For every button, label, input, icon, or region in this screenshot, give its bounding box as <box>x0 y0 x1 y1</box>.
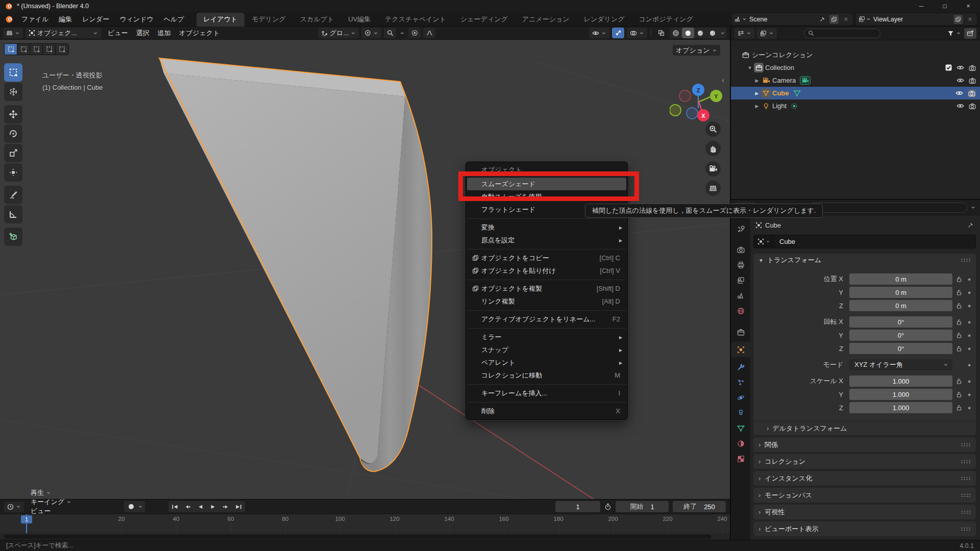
context-menu-item[interactable]: ミラー ▸ <box>466 331 627 343</box>
value-field[interactable]: 0 m <box>849 287 952 298</box>
object-name-field[interactable]: Cube <box>774 235 975 248</box>
viewlayer-name[interactable]: ViewLayer <box>873 16 951 23</box>
cursor-tool[interactable] <box>4 83 22 101</box>
editor-type-button[interactable] <box>3 28 23 38</box>
context-menu-item[interactable]: 削除 X ▸ <box>466 405 627 417</box>
panel-grip[interactable] <box>961 258 971 262</box>
animate-decorator[interactable]: ● <box>966 319 973 325</box>
panel-grip[interactable] <box>961 443 971 447</box>
workspace-tab[interactable]: アニメーション <box>515 13 577 27</box>
lock-icon[interactable] <box>952 378 966 384</box>
topbar-menu[interactable]: ヘルプ <box>159 15 189 23</box>
context-menu-item[interactable]: ペアレント ▸ <box>466 356 627 369</box>
properties-filter-dropdown[interactable] <box>970 205 976 210</box>
context-menu-item[interactable]: オブジェクトをコピー [Ctrl] C ▸ <box>466 252 627 264</box>
value-field[interactable]: 1.000 <box>849 402 952 413</box>
outliner-row-light[interactable]: ▶ Light <box>731 99 980 112</box>
tab-render[interactable] <box>731 242 750 257</box>
tab-tool[interactable] <box>731 221 750 237</box>
select-mode-new[interactable] <box>5 44 17 55</box>
value-field[interactable]: 1.000 <box>849 389 952 400</box>
scrollbar-thumb[interactable] <box>4 535 711 539</box>
prev-keyframe-button[interactable] <box>181 501 194 512</box>
shading-wireframe-button[interactable] <box>670 28 682 38</box>
context-menu-item[interactable]: 原点を設定 ▸ <box>466 234 627 246</box>
lock-icon[interactable] <box>952 405 966 411</box>
disclosure-open-icon[interactable]: ▼ <box>746 65 753 70</box>
new-collection-button[interactable] <box>964 28 976 39</box>
lock-icon[interactable] <box>952 276 966 282</box>
use-preview-range-toggle[interactable] <box>604 503 611 510</box>
minimize-button[interactable]: ─ <box>910 0 933 12</box>
panel-grip[interactable] <box>961 493 971 497</box>
play-button[interactable] <box>207 501 219 512</box>
context-menu-item[interactable]: スナップ ▸ <box>466 343 627 356</box>
outliner-display-mode[interactable] <box>734 28 754 39</box>
value-field[interactable]: 1.000 <box>849 375 952 387</box>
lock-icon[interactable] <box>952 391 966 397</box>
lock-icon[interactable] <box>952 319 966 325</box>
topbar-menu[interactable]: レンダー <box>77 15 114 23</box>
viewport-menu[interactable]: ビュー <box>104 29 132 37</box>
context-menu-item[interactable]: キーフレームを挿入... I ▸ <box>466 387 627 399</box>
animate-decorator[interactable]: ● <box>966 345 973 352</box>
collapsed-panel[interactable]: › モーションパス <box>753 488 976 503</box>
tab-object-data[interactable] <box>731 420 750 436</box>
value-field[interactable]: XYZ オイラー角 <box>849 359 952 370</box>
context-menu-item[interactable]: オブジェクトを貼り付け [Ctrl] V ▸ <box>466 264 627 277</box>
transform-panel-header[interactable]: ▼ トランスフォーム <box>753 254 976 267</box>
select-box-tool[interactable] <box>4 63 22 82</box>
select-mode-invert[interactable] <box>43 44 56 55</box>
unlink-scene-button[interactable] <box>841 15 850 24</box>
pin-id-icon[interactable] <box>967 222 974 229</box>
animate-decorator[interactable]: ● <box>966 378 973 384</box>
topbar-menu[interactable]: 編集 <box>54 15 77 23</box>
new-scene-button[interactable] <box>829 15 839 24</box>
context-menu-item[interactable]: ▸ <box>466 246 627 252</box>
timeline-menu[interactable]: キーイング <box>27 497 75 507</box>
workspace-tab[interactable]: UV編集 <box>341 13 378 27</box>
lock-icon[interactable] <box>952 289 966 295</box>
disable-render-icon[interactable] <box>969 64 976 71</box>
context-menu-item[interactable]: ▸ <box>466 308 627 313</box>
tab-texture[interactable] <box>731 451 750 466</box>
maximize-button[interactable]: □ <box>933 0 957 12</box>
context-menu-item[interactable]: ▸ <box>466 325 627 331</box>
select-mode-subtract[interactable] <box>30 44 43 55</box>
current-frame-field[interactable]: 1 <box>555 501 600 512</box>
xray-toggle[interactable] <box>655 28 667 38</box>
scene-name[interactable]: Scene <box>749 16 815 23</box>
viewlayer-selector[interactable]: ViewLayer <box>856 13 977 25</box>
transform-tool[interactable] <box>4 163 22 182</box>
timeline-ruler[interactable]: 20406080100120140160180200220240 1 <box>0 514 730 533</box>
timeline-editor-type[interactable] <box>4 502 24 512</box>
snap-toggle[interactable] <box>384 28 396 38</box>
animate-decorator[interactable]: ● <box>966 332 973 338</box>
collapsed-panel[interactable]: › コレクション <box>753 454 976 469</box>
context-menu-item[interactable]: 変換 ▸ <box>466 221 627 234</box>
show-gizmo-toggle[interactable] <box>612 28 624 38</box>
mode-selector[interactable]: オブジェク... <box>26 28 101 38</box>
animate-decorator[interactable]: ● <box>966 303 973 309</box>
frame-end-field[interactable]: 終了250 <box>673 501 726 512</box>
frame-start-field[interactable]: 開始1 <box>616 501 669 512</box>
lock-icon[interactable] <box>952 332 966 338</box>
workspace-tab[interactable]: コンポジティング <box>631 13 700 27</box>
annotate-tool[interactable] <box>4 186 22 204</box>
outliner-filter-type[interactable] <box>757 28 777 39</box>
measure-tool[interactable] <box>4 205 22 223</box>
tab-object[interactable] <box>731 342 750 357</box>
gizmo-neg-x[interactable] <box>670 105 681 116</box>
panel-grip[interactable] <box>961 477 971 481</box>
region-collapse-arrow[interactable]: ‹ <box>722 76 724 84</box>
outliner-row-cube[interactable]: ▶ Cube <box>731 87 980 99</box>
object-type-dropdown[interactable] <box>754 235 774 248</box>
proportional-falloff-dropdown[interactable] <box>423 28 435 38</box>
pivot-point-dropdown[interactable] <box>361 28 381 38</box>
disclosure-closed-icon[interactable]: ▶ <box>753 91 761 96</box>
workspace-tab[interactable]: シェーディング <box>453 13 515 27</box>
context-menu-item[interactable]: コレクションに移動 M ▸ <box>466 369 627 382</box>
timeline-scrollbar[interactable] <box>0 533 730 540</box>
object-visibility-dropdown[interactable] <box>589 28 609 38</box>
tab-constraints[interactable] <box>731 405 750 420</box>
